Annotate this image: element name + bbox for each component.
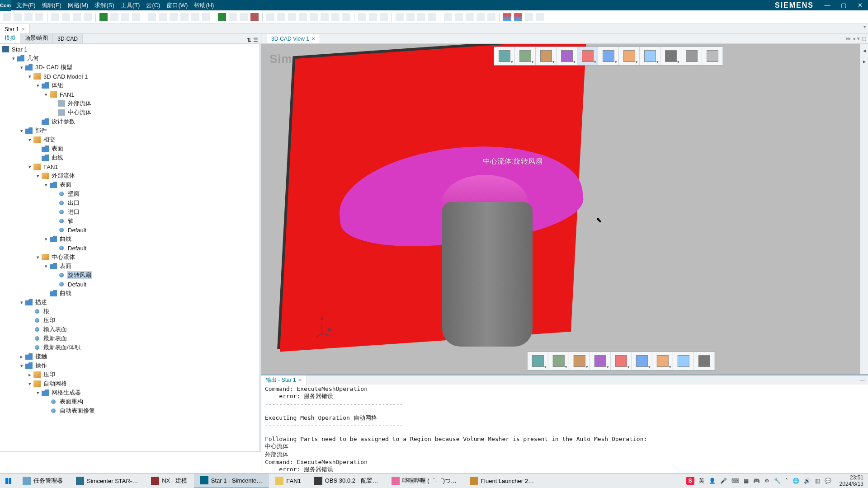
- menu-solve[interactable]: 求解(S): [94, 1, 114, 9]
- expand-icon[interactable]: ▾: [27, 74, 33, 80]
- expand-icon[interactable]: ▾: [19, 65, 24, 70]
- tree-node[interactable]: 外部流体: [0, 99, 259, 108]
- revolve-button[interactable]: [611, 352, 632, 370]
- tool-layout3-icon[interactable]: [380, 13, 388, 21]
- tree-node[interactable]: ▾FAN1: [0, 90, 259, 99]
- taskbar-app[interactable]: Fluent Launcher 2…: [463, 474, 541, 488]
- tool-scalar2-icon[interactable]: [514, 13, 522, 21]
- tree-node[interactable]: ▾几何: [0, 54, 259, 63]
- tool-select1-icon[interactable]: [266, 13, 274, 21]
- tray-chevron-icon[interactable]: ˄: [785, 478, 788, 484]
- tray-gear-icon[interactable]: ⚙: [764, 478, 769, 484]
- output-tab[interactable]: 输出 - Star 1 ×: [261, 375, 307, 385]
- ime-lang-label[interactable]: 英: [699, 477, 704, 485]
- tree-node[interactable]: ▾中心流体: [0, 253, 259, 262]
- tab-3dcad[interactable]: 3D-CAD: [53, 34, 83, 43]
- tree-node[interactable]: ▾相交: [0, 135, 259, 144]
- tool-stepfwd-icon[interactable]: [476, 13, 485, 21]
- tool-table-icon[interactable]: [406, 13, 415, 21]
- tab-simulation[interactable]: 模拟: [0, 33, 20, 43]
- expand-icon[interactable]: ▾: [43, 236, 49, 242]
- redo-button[interactable]: [702, 47, 723, 65]
- menu-cloud[interactable]: 云(C): [146, 1, 160, 9]
- expand-icon[interactable]: ▸: [19, 354, 24, 360]
- cube-outline-button[interactable]: [494, 47, 515, 65]
- tree-node[interactable]: 根: [0, 307, 259, 316]
- tree-node[interactable]: Default: [0, 225, 259, 235]
- tab-scene[interactable]: 场景/绘图: [20, 33, 53, 43]
- favorite-button[interactable]: [694, 352, 715, 370]
- sketch-button[interactable]: [528, 352, 548, 370]
- tool-select3-icon[interactable]: [288, 13, 296, 21]
- expand-icon[interactable]: ▾: [35, 390, 41, 396]
- viewport-3d[interactable]: Simcenter S 中心流体:旋转风扇 z x ⬉ ◂ ▸: [261, 44, 868, 374]
- tool-mesh2-icon[interactable]: [159, 13, 167, 21]
- tree-node[interactable]: ▾操作: [0, 361, 259, 370]
- taskbar-clock[interactable]: 23:51 2024/8/13: [840, 474, 863, 487]
- tool-stepback-icon[interactable]: [466, 13, 474, 21]
- close-icon[interactable]: ×: [299, 377, 302, 383]
- expand-icon[interactable]: ▾: [19, 363, 24, 369]
- tree-node[interactable]: Default: [0, 280, 259, 289]
- tree-node[interactable]: 进口: [0, 207, 259, 216]
- tool-mesh3-icon[interactable]: [170, 13, 178, 21]
- tool-step-icon[interactable]: [110, 13, 118, 21]
- simulation-tree[interactable]: Star 1 ▾几何▾3D- CAD 模型▾3D-CAD Model 1▾体组▾…: [0, 44, 261, 451]
- tool-select4-icon[interactable]: [299, 13, 307, 21]
- explode-button[interactable]: [598, 47, 619, 65]
- taskbar-app[interactable]: OBS 30.0.2 - 配置…: [308, 474, 385, 488]
- tray-people-icon[interactable]: 👤: [709, 478, 716, 484]
- undo-button[interactable]: [681, 47, 702, 65]
- color-button[interactable]: [619, 47, 640, 65]
- tool-refresh-icon[interactable]: [310, 13, 318, 21]
- tool-monitor-icon[interactable]: [428, 13, 436, 21]
- tool-save-icon[interactable]: [24, 13, 33, 21]
- minimize-button[interactable]: —: [819, 0, 835, 10]
- nav-prev-icon[interactable]: ◂: [853, 36, 855, 42]
- start-button[interactable]: [0, 474, 16, 488]
- tool-stop-icon[interactable]: [132, 13, 140, 21]
- tree-node[interactable]: ▾外部流体: [0, 171, 259, 180]
- close-icon[interactable]: ×: [312, 36, 315, 42]
- tray-wrench-icon[interactable]: 🔧: [774, 478, 781, 484]
- tool-copy-icon[interactable]: [51, 13, 59, 21]
- tool-scalar4-icon[interactable]: [536, 13, 544, 21]
- tree-node[interactable]: ▾体组: [0, 81, 259, 90]
- close-icon[interactable]: ×: [22, 26, 25, 33]
- tool-grid1-icon[interactable]: [191, 13, 199, 21]
- tool-paste-icon[interactable]: [62, 13, 70, 21]
- tool-open-icon[interactable]: [14, 13, 22, 21]
- nav-first-icon[interactable]: ⏮: [846, 36, 851, 42]
- menu-file[interactable]: 文件(F): [16, 1, 36, 9]
- tool-run2-icon[interactable]: [240, 13, 248, 21]
- tool-record-icon[interactable]: [487, 13, 495, 21]
- expand-icon[interactable]: ▾: [11, 56, 16, 61]
- boolean-button[interactable]: [632, 352, 652, 370]
- tray-keyboard-icon[interactable]: ⌨: [731, 478, 739, 484]
- tree-node[interactable]: 曲线: [0, 153, 259, 162]
- output-minimize-icon[interactable]: —: [857, 377, 868, 383]
- tray-game-icon[interactable]: 🎮: [753, 478, 760, 484]
- tree-node[interactable]: 输入表面: [0, 325, 259, 334]
- taskbar-app[interactable]: FAN1: [269, 474, 308, 488]
- cube-solid-button[interactable]: [515, 47, 536, 65]
- expand-icon[interactable]: ▾: [35, 173, 41, 179]
- expand-icon[interactable]: ▾: [35, 83, 41, 89]
- taskbar-app[interactable]: 哔哩哔哩 (゜-゜)つ…: [385, 474, 464, 488]
- tree-node[interactable]: 最新表面: [0, 334, 259, 343]
- tool-export-icon[interactable]: [342, 13, 350, 21]
- tool-new-icon[interactable]: [3, 13, 11, 21]
- tool-grid2-icon[interactable]: [202, 13, 210, 21]
- view-tab[interactable]: 3D-CAD View 1 ×: [267, 34, 320, 43]
- tool-saveall-icon[interactable]: [35, 13, 43, 21]
- tool-pause-icon[interactable]: [121, 13, 129, 21]
- tree-node[interactable]: ▸接触: [0, 352, 259, 361]
- expand-icon[interactable]: ▾: [43, 182, 49, 188]
- tree-node[interactable]: 曲线: [0, 289, 259, 298]
- history-button[interactable]: [673, 352, 694, 370]
- tray-mic-icon[interactable]: 🎤: [720, 478, 727, 484]
- menu-tools[interactable]: 工具(T): [121, 1, 140, 9]
- tray-battery-icon[interactable]: ▥: [815, 478, 820, 484]
- capture-button[interactable]: [652, 352, 673, 370]
- menu-edit[interactable]: 编辑(E): [42, 1, 61, 9]
